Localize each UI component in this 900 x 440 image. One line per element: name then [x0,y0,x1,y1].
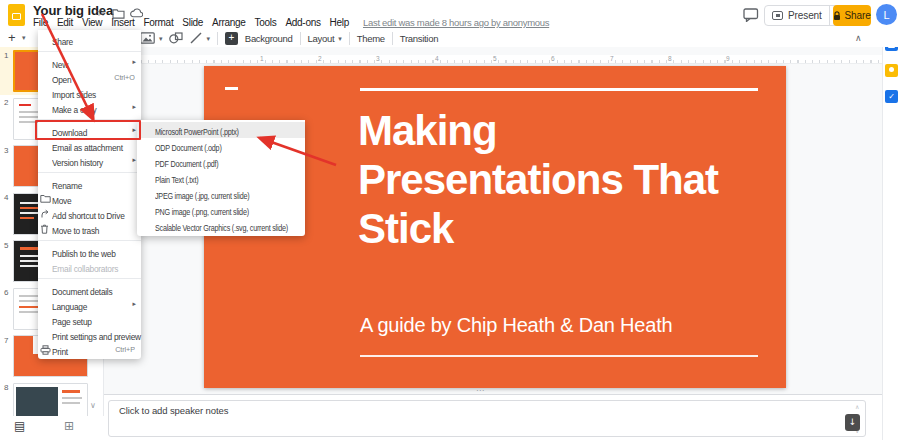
submenu-item-png[interactable]: PNG image (.png, current slide) [137,202,305,218]
thumb-number: 1 [4,51,8,60]
thumb-number: 8 [4,383,8,392]
move-folder-icon [40,191,51,206]
thumb-number: 6 [4,288,8,297]
notes-toggle-button[interactable]: ↓ [845,414,860,431]
menu-view[interactable]: View [82,17,102,28]
last-edit-link[interactable]: Last edit was made 8 hours ago by anonym… [363,17,549,28]
submenu-arrow-icon: ▸ [133,153,136,168]
menu-item-document-details[interactable]: Document details [38,282,141,297]
speaker-notes-box[interactable]: Click to add speaker notes ∧ ∨ ↓ [108,400,866,437]
menu-slide[interactable]: Slide [182,17,203,28]
layout-button[interactable]: Layout [308,33,335,44]
keep-icon[interactable] [885,64,898,77]
image-caret-icon[interactable]: ▾ [159,35,162,43]
slide-accent-dash [225,87,238,90]
new-slide-button[interactable]: + [8,30,16,45]
grid-view-icon[interactable]: ⊞ [64,419,74,433]
menu-item-rename[interactable]: Rename [38,176,141,191]
menu-help[interactable]: Help [330,17,349,28]
comment-icon[interactable] [743,8,759,26]
thumbnails-scroll-down-icon[interactable]: ∨ [90,401,96,410]
menu-tools[interactable]: Tools [255,17,277,28]
lock-icon [833,11,841,21]
menu-bar: File Edit View Insert Format Slide Arran… [33,17,549,28]
avatar[interactable]: L [876,4,897,25]
slide-thumbnail-8[interactable] [13,383,88,419]
theme-button[interactable]: Theme [357,33,385,44]
filmstrip-view-icon[interactable]: ▤ [14,419,25,433]
menu-item-language[interactable]: Language▸ [38,297,141,312]
drive-shortcut-icon [40,206,51,221]
menu-item-email-as-attachment[interactable]: Email as attachment [38,138,141,153]
submenu-item-pdf[interactable]: PDF Document (.pdf) [137,154,305,170]
menu-file[interactable]: File [33,17,48,28]
transition-button[interactable]: Transition [400,33,438,44]
menu-item-import-slides[interactable]: Import slides [38,85,141,100]
printer-icon [40,342,51,357]
menu-insert[interactable]: Insert [111,17,134,28]
layout-caret-icon[interactable]: ▾ [338,35,341,43]
thumb-number: 5 [4,241,8,250]
present-icon [772,11,783,20]
menu-item-print-settings-and-preview[interactable]: Print settings and preview [38,327,141,342]
new-slide-caret-icon[interactable]: ▾ [22,34,25,42]
submenu-arrow-icon: ▸ [133,55,136,70]
download-submenu: Microsoft PowerPoint (.pptx) ODP Documen… [137,120,305,236]
slides-logo-icon[interactable] [8,4,25,26]
collapse-toolbar-icon[interactable]: ∧ [855,33,862,43]
top-bar: Your big idea ☆ File Edit View Insert Fo… [0,0,900,30]
thumb-number: 2 [4,98,8,107]
menu-edit[interactable]: Edit [57,17,73,28]
insert-line-icon[interactable] [190,30,202,48]
submenu-item-svg[interactable]: Scalable Vector Graphics (.svg, current … [137,218,305,234]
menu-item-move-to-trash[interactable]: Move to trash [38,221,141,236]
notes-scroll-up-icon[interactable]: ∧ [855,403,859,410]
menu-item-open[interactable]: OpenCtrl+O [38,70,141,85]
thumb-number: 4 [4,193,8,202]
slide-subtitle-textbox[interactable]: A guide by Chip Heath & Dan Heath [360,314,780,337]
insert-shape-icon[interactable] [169,30,183,48]
menu-item-email-collaborators: Email collaborators [38,259,141,274]
submenu-item-pptx[interactable]: Microsoft PowerPoint (.pptx) [137,122,305,138]
submenu-item-txt[interactable]: Plain Text (.txt) [137,170,305,186]
thumb-number: 7 [4,336,8,345]
menu-arrange[interactable]: Arrange [212,17,245,28]
menu-item-share[interactable]: Share [38,32,141,47]
submenu-item-jpeg[interactable]: JPEG image (.jpg, current slide) [137,186,305,202]
tasks-icon[interactable]: ✓ [885,90,898,103]
menu-addons[interactable]: Add-ons [285,17,320,28]
slide-bottom-rule [360,355,758,357]
submenu-arrow-icon: ▸ [133,100,136,115]
google-slides-app: Your big idea ☆ File Edit View Insert Fo… [0,0,900,440]
speaker-notes-area: Click to add speaker notes ∧ ∨ ↓ [104,394,882,440]
filmstrip-footer: ▤ ⊞ [0,416,104,440]
submenu-arrow-icon: ▸ [133,297,136,312]
menu-item-add-shortcut-to-drive[interactable]: Add shortcut to Drive [38,206,141,221]
menu-item-publish-to-the-web[interactable]: Publish to the web [38,244,141,259]
slide-top-rule [360,88,758,91]
menu-item-print[interactable]: PrintCtrl+P [38,342,141,357]
menu-format[interactable]: Format [143,17,173,28]
insert-image-icon[interactable] [140,30,155,48]
share-button[interactable]: Share [833,5,871,26]
notes-resize-handle[interactable]: ⋯ [476,386,485,395]
menu-item-make-a-copy[interactable]: Make a copy▸ [38,100,141,115]
background-button[interactable]: Background [245,33,293,44]
file-menu: Share New▸ OpenCtrl+O Import slides Make… [38,30,141,359]
speaker-notes-placeholder: Click to add speaker notes [119,405,228,416]
menu-item-page-setup[interactable]: Page setup [38,312,141,327]
trash-icon [40,221,51,236]
menu-item-move[interactable]: Move [38,191,141,206]
menu-item-version-history[interactable]: Version history▸ [38,153,141,168]
side-panel-rail: ✓ [882,30,900,440]
line-caret-icon[interactable]: ▾ [206,35,209,43]
insert-text-box-icon[interactable]: + [225,32,238,45]
thumb-number: 3 [4,146,8,155]
submenu-item-odp[interactable]: ODP Document (.odp) [137,138,305,154]
menu-item-new[interactable]: New▸ [38,55,141,70]
slide-title-textbox[interactable]: Making Presentations That Stick [358,106,808,253]
horizontal-ruler: 1 2 3 4 5 6 7 8 9 [104,55,882,64]
annotation-box-download [35,120,141,140]
